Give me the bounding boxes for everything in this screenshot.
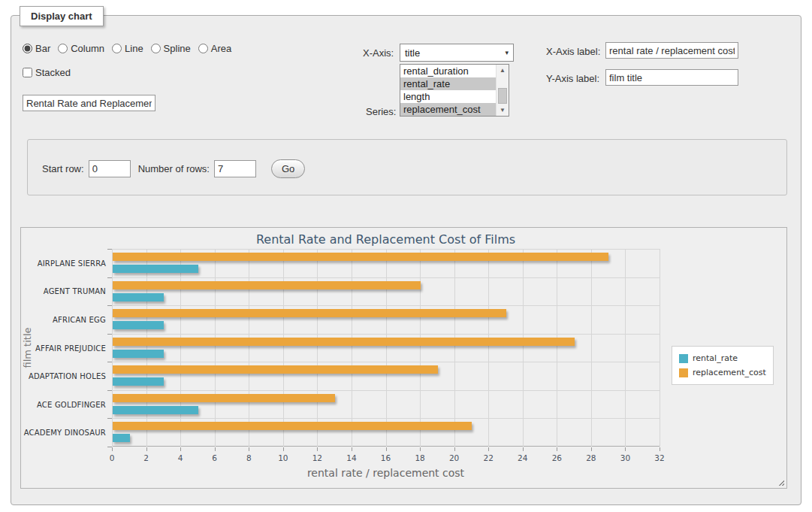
radio-column[interactable]: Column (58, 43, 104, 54)
x-axis-label-input[interactable] (605, 42, 738, 59)
radio-bar-label: Bar (35, 43, 50, 54)
radio-bar-input[interactable] (23, 44, 32, 53)
scroll-down-icon[interactable]: ▼ (497, 105, 509, 116)
bar-rental_rate (113, 321, 164, 329)
x-axis-tick-label: 4 (178, 453, 183, 462)
radio-spline-label: Spline (164, 43, 191, 54)
x-axis-tick (420, 447, 421, 451)
series-option-rental-duration[interactable]: rental_duration (400, 65, 496, 77)
x-axis-tick (283, 447, 284, 451)
x-axis-tick-label: 10 (278, 453, 288, 462)
legend-label: rental_rate (693, 353, 738, 363)
x-axis-tick-label: 2 (143, 453, 149, 462)
y-axis-tick (107, 334, 112, 335)
radio-spline[interactable]: Spline (151, 43, 191, 54)
x-axis-select[interactable]: title ▾ (400, 44, 514, 62)
stacked-checkbox[interactable] (23, 68, 32, 77)
fieldset-legend: Display chart (20, 6, 104, 26)
gridline-vertical (112, 249, 113, 447)
gridline-vertical (591, 249, 592, 447)
bar-replacement_cost (113, 365, 438, 374)
radio-area[interactable]: Area (198, 43, 231, 54)
x-axis-tick (249, 447, 249, 451)
y-axis-tick (107, 447, 112, 447)
gridline-horizontal (112, 277, 660, 278)
bar-rental_rate (113, 293, 164, 301)
start-row-label: Start row: (42, 163, 84, 174)
x-axis-tick (180, 447, 181, 451)
x-axis-tick-label: 20 (449, 453, 459, 462)
category-label: ACE GOLDFINGER (23, 400, 106, 408)
x-axis-tick-label: 30 (620, 453, 630, 462)
x-axis-tick-label: 6 (212, 453, 217, 462)
bar-replacement_cost (113, 422, 472, 430)
gridline-vertical (660, 249, 660, 447)
scrollbar-thumb[interactable] (498, 88, 507, 104)
num-rows-input[interactable] (214, 160, 256, 177)
rows-panel-inner: Start row: Number of rows: Go (42, 159, 305, 178)
bar-replacement_cost (113, 338, 575, 346)
gridline-horizontal (112, 390, 660, 391)
radio-line-input[interactable] (112, 44, 122, 53)
x-axis-tick-label: 24 (518, 453, 527, 462)
bar-replacement_cost (113, 309, 506, 317)
category-label: ACADEMY DINOSAUR (23, 429, 106, 437)
legend-item-rental-rate[interactable]: rental_rate (679, 351, 766, 365)
scroll-up-icon[interactable]: ▲ (497, 65, 509, 76)
series-option-replacement-cost[interactable]: replacement_cost (400, 103, 496, 116)
radio-area-label: Area (211, 43, 231, 54)
x-axis-tick (625, 447, 626, 451)
chart-type-radio-group: Bar Column Line Spline Area (23, 43, 239, 54)
stacked-label: Stacked (35, 67, 71, 78)
bar-rental_rate (113, 265, 198, 273)
y-axis-label-input[interactable] (605, 69, 738, 86)
series-select-label: Series: (366, 106, 396, 117)
series-multiselect: rental_duration rental_rate length repla… (400, 64, 509, 117)
radio-spline-input[interactable] (151, 44, 161, 53)
x-axis-tick (591, 447, 592, 451)
series-scrollbar[interactable]: ▲ ▼ (496, 65, 509, 116)
page: Display chart Bar Column Line Spline Are… (0, 0, 812, 512)
gridline-vertical (180, 249, 181, 447)
start-row-input[interactable] (89, 160, 131, 177)
x-axis-tick-label: 32 (654, 453, 664, 462)
go-button[interactable]: Go (271, 159, 305, 178)
x-axis-tick-label: 0 (110, 453, 115, 462)
x-axis-tick (488, 447, 489, 451)
bar-replacement_cost (113, 281, 421, 289)
y-axis-label-label: Y-Axis label: (546, 73, 599, 84)
bar-rental_rate (113, 350, 164, 358)
gridline-horizontal (112, 418, 660, 419)
y-axis-tick (107, 390, 112, 391)
legend-item-replacement-cost[interactable]: replacement_cost (679, 365, 766, 380)
rows-panel: Start row: Number of rows: Go (27, 139, 787, 195)
radio-line-label: Line (125, 43, 143, 54)
gridline-horizontal (112, 305, 660, 306)
series-option-rental-rate[interactable]: rental_rate (400, 77, 496, 90)
radio-line[interactable]: Line (112, 43, 143, 54)
x-axis-tick (557, 447, 557, 451)
y-axis-tick (107, 277, 112, 278)
bar-replacement_cost (113, 394, 335, 402)
chart-title-input[interactable] (23, 95, 155, 111)
gridline-vertical (488, 249, 489, 447)
gridline-vertical (454, 249, 455, 447)
series-options: rental_duration rental_rate length repla… (400, 65, 496, 116)
gridline-vertical (523, 249, 524, 447)
category-label: AGENT TRUMAN (23, 287, 106, 295)
legend-swatch-icon (679, 368, 688, 377)
x-axis-tick (352, 447, 352, 451)
radio-bar[interactable]: Bar (23, 43, 50, 54)
radio-area-input[interactable] (198, 44, 208, 53)
bar-replacement_cost (113, 253, 608, 261)
legend-label: replacement_cost (693, 368, 766, 377)
x-axis-select-label: X-Axis: (363, 47, 394, 59)
gridline-vertical (317, 249, 318, 447)
stacked-checkbox-row[interactable]: Stacked (23, 67, 71, 78)
gridline-vertical (352, 249, 352, 447)
chart-legend: rental_rate replacement_cost (672, 346, 774, 385)
category-label: ADAPTATION HOLES (23, 372, 106, 380)
series-option-length[interactable]: length (400, 90, 496, 103)
resize-handle[interactable] (777, 478, 784, 486)
radio-column-input[interactable] (58, 44, 68, 53)
